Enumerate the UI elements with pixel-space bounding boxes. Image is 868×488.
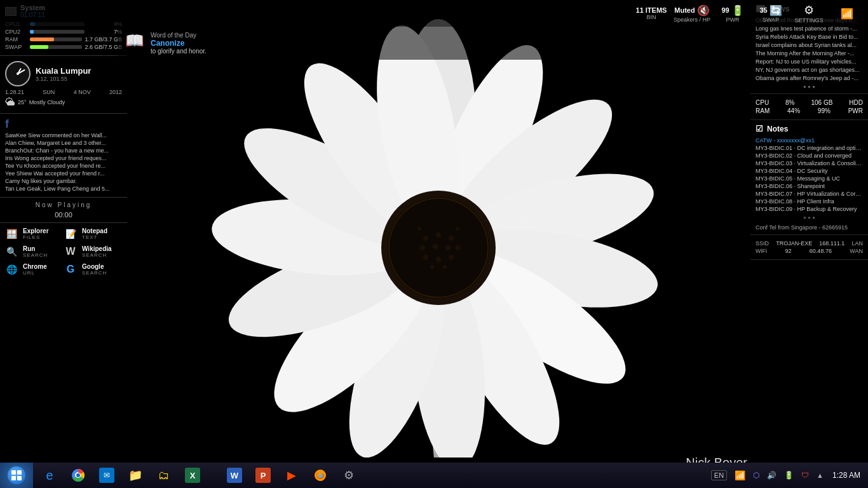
fb-item-2[interactable]: BranchOut: Chan - you have a new me... bbox=[5, 147, 122, 154]
taskbar-ie[interactable]: e bbox=[36, 463, 64, 487]
run-shortcut-icon: 🔍 bbox=[5, 245, 18, 258]
pwr-stat-val: 99% bbox=[818, 107, 831, 114]
shortcut-wikipedia[interactable]: W Wikipedia SEARCH bbox=[64, 243, 122, 260]
weather-desc: Mostly Cloudy bbox=[29, 99, 65, 105]
tray-battery[interactable]: 🔋 bbox=[782, 463, 796, 487]
hdd-stat-label: HDD bbox=[849, 99, 863, 106]
taskbar-clock[interactable]: 1:28 AM bbox=[829, 471, 864, 480]
weather-icon: 🌥 bbox=[5, 97, 15, 108]
taskbar-excel[interactable]: X bbox=[179, 463, 207, 487]
fb-item-6[interactable]: Camy Ng likes your gambar. bbox=[5, 178, 122, 184]
firefox-app-icon bbox=[313, 468, 328, 483]
wotd-icon: 📖 bbox=[125, 32, 144, 50]
hdd-stat-val: 106 GB bbox=[811, 99, 832, 106]
svg-rect-37 bbox=[17, 470, 22, 475]
taskbar-word[interactable]: W bbox=[220, 463, 248, 487]
swap-bar bbox=[30, 45, 82, 49]
fb-item-4[interactable]: Tee Yu Khoon accepted your friend re... bbox=[5, 163, 122, 169]
items-sub: BIN bbox=[646, 14, 656, 20]
taskbar-media[interactable]: ▶ bbox=[278, 463, 306, 487]
top-status-bar: 11 ITEMS BIN Muted 🔇 Speakers / HP 99 🔋 … bbox=[0, 0, 868, 27]
cpu2-label: CPU2 bbox=[5, 29, 27, 35]
fb-item-3[interactable]: Iris Wong accepted your friend reques... bbox=[5, 155, 122, 161]
news-item-6[interactable]: NY, NJ governors act on gas shortages... bbox=[756, 67, 863, 73]
tray-network[interactable]: 📶 bbox=[732, 463, 748, 487]
cpu2-fill bbox=[30, 30, 34, 34]
taskbar-ppt[interactable]: P bbox=[249, 463, 277, 487]
wotd-word: Canonize bbox=[151, 39, 207, 48]
fb-item-1[interactable]: Alan Chiew, Margaret Lee and 3 other... bbox=[5, 140, 122, 146]
wotd-label: Word of the Day bbox=[151, 32, 207, 39]
taskbar-app12[interactable]: ⚙ bbox=[335, 463, 363, 487]
taskbar-folder[interactable]: 🗂 bbox=[150, 463, 178, 487]
google-name: Google bbox=[82, 263, 107, 270]
cpu-stat-row: CPU 8% 106 GB HDD bbox=[756, 99, 863, 106]
clock-widget: Kuala Lumpur 3.12, 101.55 1.28.21 SUN 4 … bbox=[0, 56, 127, 114]
left-sidebar: System 01:07:11 CPU1 9% CPU2 7% RAM 1.7 … bbox=[0, 0, 127, 470]
note-item-9: MY3-BIDIC.09 · HP Backup & Recovery bbox=[756, 206, 863, 212]
chrome-app-icon bbox=[71, 468, 86, 483]
muted-widget[interactable]: Muted 🔇 Speakers / HP bbox=[674, 4, 710, 23]
language-indicator[interactable]: EN bbox=[709, 463, 729, 487]
ram-stat-row: RAM 44% 99% PWR bbox=[756, 107, 863, 114]
taskbar-outlook[interactable]: ✉ bbox=[93, 463, 121, 487]
wikipedia-type: SEARCH bbox=[82, 252, 112, 258]
date-year: 2012 bbox=[109, 89, 122, 95]
tray-antivirus[interactable]: 🛡 bbox=[799, 463, 811, 487]
svg-point-30 bbox=[449, 255, 454, 260]
fb-item-5[interactable]: Yee Shiew Wai accepted your friend r... bbox=[5, 170, 122, 177]
explorer-name: Explorer bbox=[23, 227, 49, 234]
tray-bluetooth[interactable]: ⬡ bbox=[750, 463, 762, 487]
ram-label: RAM bbox=[5, 36, 27, 43]
shortcut-google[interactable]: G Google SEARCH bbox=[64, 261, 122, 278]
shortcut-chrome[interactable]: 🌐 Chrome URL bbox=[5, 261, 63, 278]
shortcut-run[interactable]: 🔍 Run SEARCH bbox=[5, 243, 63, 260]
cpu-stat-label: CPU bbox=[756, 99, 769, 106]
notes-icon: ☑ bbox=[756, 124, 763, 133]
wikipedia-shortcut-icon: W bbox=[64, 245, 77, 258]
taskbar: e ✉ 📁 🗂 bbox=[0, 463, 868, 488]
clock-face bbox=[5, 61, 31, 86]
settings-widget[interactable]: ⚙ SETTINGS bbox=[793, 3, 825, 24]
right-sidebar: 📰 News Obama and Romney tied three days … bbox=[750, 0, 868, 470]
taskbar-chrome[interactable] bbox=[64, 463, 92, 487]
ppt-app-icon: P bbox=[255, 468, 271, 483]
taskbar-firefox[interactable] bbox=[306, 463, 334, 487]
network-section: SSID TROJAN-EXE 168.111.1 LAN WiFi 92 60… bbox=[750, 235, 868, 260]
taskbar-windows[interactable]: 📁 bbox=[121, 463, 149, 487]
date-day: 1.28.21 bbox=[5, 89, 24, 95]
city-coords: 3.12, 101.55 bbox=[36, 76, 91, 82]
google-type: SEARCH bbox=[82, 270, 107, 276]
svg-point-22 bbox=[436, 233, 441, 238]
tray-sound[interactable]: 🔊 bbox=[764, 463, 779, 487]
tray-misc[interactable]: ▲ bbox=[814, 463, 826, 487]
shortcut-notepad[interactable]: 📝 Notepad TEXT bbox=[64, 226, 122, 242]
svg-point-26 bbox=[445, 245, 451, 250]
news-item-7[interactable]: Obama goes after Romney's Jeep ad -... bbox=[756, 75, 863, 81]
ssid-val: TROJAN-EXE bbox=[776, 240, 812, 247]
word-of-day-widget: 📖 Word of the Day Canonize to glorify an… bbox=[118, 27, 613, 60]
muted-label: Muted bbox=[674, 6, 695, 14]
news-item-3[interactable]: Israel complains about Syrian tanks al..… bbox=[756, 42, 863, 48]
folder-app-icon: 🗂 bbox=[156, 468, 172, 483]
svg-rect-36 bbox=[11, 470, 16, 475]
fb-item-7[interactable]: Tan Lee Geak, Liew Pang Cheng and 5... bbox=[5, 186, 122, 192]
explorer-shortcut-icon: 🪟 bbox=[5, 227, 18, 240]
now-playing-label: Now Playing bbox=[5, 201, 122, 208]
pwr-stat-label: PWR bbox=[848, 107, 863, 114]
chrome-shortcut-icon: 🌐 bbox=[5, 263, 18, 276]
wikipedia-name: Wikipedia bbox=[82, 245, 112, 252]
news-item-5[interactable]: Report: NJ to use US military vehicles..… bbox=[756, 58, 863, 65]
note-item-3: MY3-BIDIC.03 · Virtualization & Consolid… bbox=[756, 160, 863, 166]
notes-pagination: ● ● ● bbox=[756, 215, 863, 220]
svg-point-29 bbox=[436, 257, 441, 262]
conf-tel: Conf Tel from Singapore - 62665915 bbox=[756, 224, 863, 231]
start-button[interactable] bbox=[0, 463, 33, 488]
news-item-2[interactable]: Syria Rebels Attack Key Base in Bid to..… bbox=[756, 34, 863, 40]
news-item-4[interactable]: The Morning After the Morning After -... bbox=[756, 50, 863, 57]
fb-item-0[interactable]: SawKee Siew commented on her Wall... bbox=[5, 132, 122, 139]
shortcut-explorer[interactable]: 🪟 Explorer FILES bbox=[5, 226, 63, 242]
city-name: Kuala Lumpur bbox=[36, 66, 91, 76]
sys-stats-section: CPU 8% 106 GB HDD RAM 44% 99% PWR bbox=[750, 94, 868, 120]
signal-widget: 📶 bbox=[831, 8, 863, 20]
